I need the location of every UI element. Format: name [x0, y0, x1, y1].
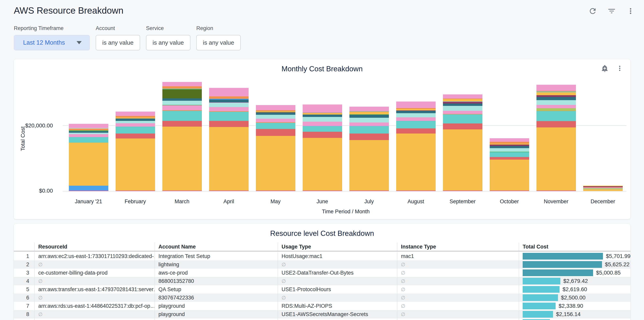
bar-segment[interactable] — [350, 122, 389, 126]
bar-segment[interactable] — [69, 134, 108, 137]
bar-segment[interactable] — [396, 128, 436, 134]
bar-segment[interactable] — [396, 117, 436, 121]
stacked-bar-september[interactable] — [443, 94, 482, 191]
bar-segment[interactable] — [490, 138, 529, 142]
bar-segment[interactable] — [443, 104, 482, 106]
bar-segment[interactable] — [209, 127, 248, 191]
bar-segment[interactable] — [116, 121, 155, 123]
bar-segment[interactable] — [443, 102, 482, 104]
stacked-bar-june[interactable] — [303, 105, 342, 191]
service-filter-box[interactable]: is any value — [146, 35, 190, 50]
bar-segment[interactable] — [116, 138, 155, 191]
bar-segment[interactable] — [303, 191, 342, 191]
bar-segment[interactable] — [443, 114, 482, 123]
bar-segment[interactable] — [162, 98, 202, 101]
bar-segment[interactable] — [490, 146, 529, 148]
bar-segment[interactable] — [303, 117, 342, 122]
bar-segment[interactable] — [162, 127, 202, 191]
bar-segment[interactable] — [256, 119, 295, 122]
bar-segment[interactable] — [490, 160, 529, 191]
bar-segment[interactable] — [303, 113, 342, 115]
bar-segment[interactable] — [536, 92, 576, 95]
kebab-menu-icon[interactable] — [616, 64, 624, 72]
stacked-bar-october[interactable] — [490, 138, 529, 191]
bar-segment[interactable] — [69, 137, 108, 143]
bar-segment[interactable] — [396, 191, 436, 191]
alert-bell-plus-icon[interactable] — [601, 64, 609, 72]
bar-segment[interactable] — [490, 191, 529, 191]
column-header-instance-type[interactable]: Instance Type — [397, 243, 519, 251]
bar-segment[interactable] — [443, 191, 482, 191]
bar-segment[interactable] — [303, 105, 342, 112]
bar-segment[interactable] — [303, 126, 342, 132]
bar-segment[interactable] — [536, 108, 576, 111]
bar-segment[interactable] — [350, 115, 389, 118]
bar-segment[interactable] — [69, 131, 108, 133]
bar-segment[interactable] — [162, 82, 202, 86]
bar-segment[interactable] — [396, 134, 436, 191]
bar-segment[interactable] — [69, 191, 108, 191]
bar-segment[interactable] — [536, 127, 576, 191]
reporting-timeframe-dropdown[interactable]: Last 12 Months — [14, 35, 90, 50]
bar-segment[interactable] — [536, 105, 576, 108]
bar-segment[interactable] — [116, 134, 155, 138]
column-header-account-name[interactable]: Account Name — [154, 243, 278, 251]
refresh-icon[interactable] — [588, 7, 597, 16]
bar-segment[interactable] — [350, 140, 389, 191]
bar-segment[interactable] — [162, 105, 202, 110]
bar-segment[interactable] — [209, 103, 248, 107]
bar-segment[interactable] — [396, 113, 436, 117]
bar-segment[interactable] — [536, 100, 576, 105]
bar-segment[interactable] — [350, 112, 389, 114]
bar-segment[interactable] — [256, 129, 295, 136]
column-header-usage-type[interactable]: Usage Type — [278, 243, 397, 251]
bar-segment[interactable] — [69, 133, 108, 134]
account-filter-box[interactable]: is any value — [96, 35, 140, 50]
bar-segment[interactable] — [209, 96, 248, 99]
bar-segment[interactable] — [209, 100, 248, 103]
bar-segment[interactable] — [256, 136, 295, 191]
bar-segment[interactable] — [490, 152, 529, 157]
bar-segment[interactable] — [443, 129, 482, 191]
bar-segment[interactable] — [443, 106, 482, 111]
bar-segment[interactable] — [209, 112, 248, 121]
bar-segment[interactable] — [396, 121, 436, 128]
stacked-bar-may[interactable] — [256, 105, 295, 191]
bar-segment[interactable] — [303, 138, 342, 191]
bar-segment[interactable] — [162, 111, 202, 121]
bar-segment[interactable] — [350, 191, 389, 191]
column-header-total-cost[interactable]: Total Cost — [519, 243, 630, 251]
stacked-bar-july[interactable] — [350, 107, 389, 191]
bar-segment[interactable] — [396, 109, 436, 110]
bar-segment[interactable] — [396, 111, 436, 113]
bar-segment[interactable] — [303, 122, 342, 126]
kebab-menu-icon[interactable] — [626, 7, 635, 16]
bar-segment[interactable] — [536, 97, 576, 100]
column-header-resource-id[interactable]: ResourceId — [34, 243, 154, 251]
bar-segment[interactable] — [116, 116, 155, 118]
bar-segment[interactable] — [116, 112, 155, 116]
bar-segment[interactable] — [69, 143, 108, 186]
bar-segment[interactable] — [162, 90, 202, 98]
bar-segment[interactable] — [256, 105, 295, 110]
bar-segment[interactable] — [536, 111, 576, 121]
bar-segment[interactable] — [536, 95, 576, 97]
bar-segment[interactable] — [162, 191, 202, 191]
bar-segment[interactable] — [490, 157, 529, 160]
bar-segment[interactable] — [396, 102, 436, 108]
bar-segment[interactable] — [256, 115, 295, 119]
bar-segment[interactable] — [536, 121, 576, 127]
bar-segment[interactable] — [209, 88, 248, 96]
bar-segment[interactable] — [116, 191, 155, 191]
stacked-bar-december[interactable] — [583, 186, 623, 191]
bar-segment[interactable] — [162, 121, 202, 127]
bar-segment[interactable] — [256, 191, 295, 191]
bar-segment[interactable] — [162, 86, 202, 89]
bar-segment[interactable] — [303, 132, 342, 138]
bar-segment[interactable] — [350, 126, 389, 134]
stacked-bar-november[interactable] — [536, 85, 576, 191]
bar-segment[interactable] — [350, 134, 389, 140]
bar-segment[interactable] — [116, 123, 155, 127]
region-filter-box[interactable]: is any value — [196, 35, 241, 50]
bar-segment[interactable] — [209, 107, 248, 111]
